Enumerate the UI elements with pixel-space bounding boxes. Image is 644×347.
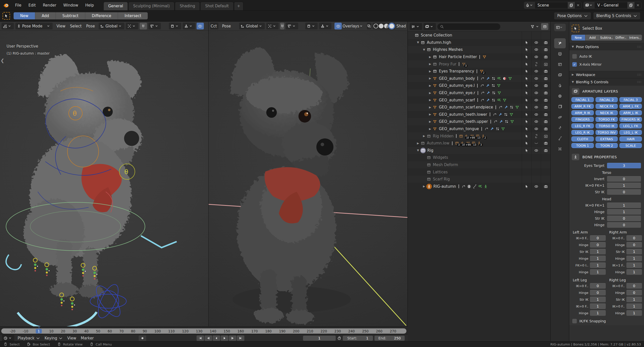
hook-icon[interactable]: [484, 126, 489, 131]
expander-icon[interactable]: ▶: [428, 106, 432, 109]
selectable-toggle-icon[interactable]: [524, 148, 529, 153]
hide-viewport-toggle-icon[interactable]: [534, 40, 539, 45]
hide-viewport-toggle-icon[interactable]: [534, 148, 539, 153]
snap-magnet-icon[interactable]: [140, 23, 147, 29]
render-disabled-toggle-icon[interactable]: [543, 62, 548, 67]
layer-button-leg-l-fk[interactable]: LEG_L FK: [619, 123, 642, 129]
selectable-toggle[interactable]: [522, 39, 531, 46]
selectable-toggle[interactable]: [522, 68, 531, 75]
meshdata-icon[interactable]: [501, 126, 506, 131]
selectable-toggle-icon[interactable]: [524, 126, 529, 131]
outliner-row[interactable]: ▼Highres Meshes: [408, 46, 550, 53]
properties-tab-view-layer[interactable]: [554, 70, 566, 80]
layer-button-hair[interactable]: HAIR: [619, 136, 642, 142]
selectable-toggle-icon[interactable]: [524, 83, 529, 88]
expander-icon[interactable]: ▶: [428, 127, 432, 131]
layer-button-arm-r-ik[interactable]: ARM_R IK: [571, 110, 594, 115]
selectable-toggle-icon[interactable]: [524, 141, 529, 146]
prop-field[interactable]: 1: [590, 262, 606, 268]
copy-view-layer-icon[interactable]: [627, 2, 634, 9]
scene-icon[interactable]: [524, 2, 535, 9]
particlesgreen-icon[interactable]: [478, 184, 483, 189]
selectable-toggle-icon[interactable]: [524, 98, 529, 103]
viewport-disabled-toggle-icon[interactable]: [534, 62, 539, 67]
hide-viewport-toggle[interactable]: [531, 118, 541, 125]
outliner-row[interactable]: ▶GEO_autumn_teeth.lower: [408, 111, 550, 118]
selectable-toggle[interactable]: [522, 125, 531, 133]
selectable-toggle-icon[interactable]: [524, 112, 529, 117]
hide-viewport-toggle[interactable]: [531, 53, 541, 61]
outliner-row[interactable]: ▼Rig: [408, 147, 550, 154]
collection-icon[interactable]: [459, 134, 464, 139]
outliner-row[interactable]: ▶GEO_autumn_eye.l: [408, 82, 550, 89]
layer-button-arm-l-ik[interactable]: ARM_L IK: [619, 110, 642, 115]
overlays-dropdown[interactable]: Overlays: [333, 23, 365, 29]
posecircle-icon[interactable]: [467, 184, 472, 189]
layer-button-facial-3[interactable]: FACIAL 3: [619, 97, 642, 102]
expander-icon[interactable]: ▶: [428, 55, 432, 59]
hook-icon[interactable]: [492, 112, 497, 117]
properties-tab-world[interactable]: [554, 91, 566, 101]
expander-icon[interactable]: ▼: [416, 149, 420, 152]
layer-button-leg-l-ik[interactable]: LEG_L IK: [619, 130, 642, 135]
expander-icon[interactable]: ▼: [416, 41, 420, 44]
prop-field[interactable]: 1: [626, 256, 642, 261]
hide-render-toggle[interactable]: [541, 75, 550, 82]
selectable-toggle[interactable]: [522, 140, 531, 147]
outliner-row[interactable]: ▶RIG-autumn: [408, 183, 550, 190]
expander-icon[interactable]: ▶: [428, 84, 432, 87]
snap-target-dropdown[interactable]: [148, 23, 161, 29]
prop-field[interactable]: 1: [626, 269, 642, 275]
hide-render-toggle-icon[interactable]: [543, 76, 548, 81]
selectable-toggle[interactable]: [522, 60, 531, 68]
timeline-ruler[interactable]: -20-101102030405060708090100110120130140…: [0, 327, 408, 334]
hide-render-toggle-icon[interactable]: [543, 90, 548, 95]
selectable-toggle-icon[interactable]: [524, 40, 529, 45]
menu-render[interactable]: Render: [39, 0, 60, 10]
panel-blenrig[interactable]: ▼BlenRig 5 Controls∷∷: [569, 78, 644, 86]
prop-field[interactable]: 1: [607, 183, 641, 188]
lattice-icon[interactable]: 13: [471, 141, 476, 146]
properties-tab-tool[interactable]: [554, 38, 566, 48]
panel-boolean-add[interactable]: Add: [585, 35, 599, 41]
hide-render-toggle[interactable]: [541, 111, 550, 118]
outliner-row[interactable]: ▶Rig Hidden16+99132: [408, 132, 550, 140]
hide-render-toggle-icon[interactable]: [543, 119, 548, 124]
prev-frame-button[interactable]: [213, 335, 220, 341]
selectable-toggle-icon[interactable]: [524, 105, 529, 110]
dupli-icon[interactable]: [491, 90, 496, 95]
wrench-icon[interactable]: [489, 126, 495, 131]
menu-help[interactable]: Help: [82, 0, 97, 10]
prop-field[interactable]: 0: [590, 290, 606, 295]
layer-button-cloth[interactable]: CLOTH: [571, 136, 594, 142]
outliner-row[interactable]: ▶GEO_autumn_teeth.upper: [408, 118, 550, 125]
hide-viewport-toggle[interactable]: [531, 39, 541, 46]
boolean-difference-button[interactable]: Difference: [85, 12, 118, 19]
selectable-toggle[interactable]: [522, 75, 531, 82]
view-layer-name[interactable]: V - General: [595, 3, 627, 8]
hide-viewport-toggle[interactable]: [531, 183, 541, 190]
hide-viewport-toggle[interactable]: [531, 46, 541, 53]
bonewrench-icon[interactable]: [472, 184, 477, 189]
mesh-icon[interactable]: 2: [479, 69, 484, 74]
expander-icon[interactable]: ▶: [428, 98, 432, 102]
dupli-icon[interactable]: [491, 76, 496, 81]
selectable-toggle[interactable]: [522, 118, 531, 125]
expander-icon[interactable]: ▶: [416, 142, 420, 145]
hide-render-toggle-icon[interactable]: [543, 105, 548, 110]
editor-type-timeline-icon[interactable]: [2, 335, 14, 341]
menu-file[interactable]: File: [12, 0, 25, 10]
wrench-icon[interactable]: [485, 83, 490, 88]
active-tool-icon[interactable]: [3, 12, 10, 20]
properties-tab-output[interactable]: [554, 59, 566, 69]
checkbox[interactable]: ✓: [572, 62, 577, 67]
armature-icon[interactable]: 3: [477, 141, 482, 146]
checkbox[interactable]: [572, 319, 577, 323]
dupli-icon[interactable]: [509, 105, 514, 110]
prop-field[interactable]: 0: [626, 290, 642, 295]
viewport-menu-select[interactable]: Select: [68, 23, 84, 29]
timeline-scrollbar[interactable]: -20-101102030405060708090100110120130140…: [1, 328, 406, 334]
selectable-toggle[interactable]: [522, 104, 531, 111]
prop-field[interactable]: 0: [607, 176, 641, 182]
properties-tab-physics[interactable]: [554, 112, 566, 122]
